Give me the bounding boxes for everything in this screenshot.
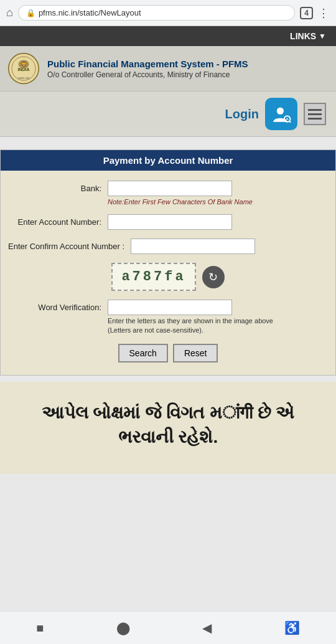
- svg-line-8: [289, 121, 291, 122]
- account-number-input[interactable]: [108, 214, 232, 230]
- svg-point-6: [277, 108, 284, 115]
- word-verification-input-block: Enter the letters as they are shown in t…: [108, 300, 328, 334]
- verify-note-line1: Enter the letters as they are shown in t…: [108, 317, 328, 324]
- user-key-icon: [271, 104, 291, 124]
- menu-dots-icon[interactable]: ⋮: [318, 6, 330, 20]
- site-subtitle: O/o Controller General of Accounts, Mini…: [47, 70, 329, 79]
- account-number-input-block: [108, 214, 328, 230]
- home-icon[interactable]: ⌂: [6, 6, 13, 19]
- form-body: Bank: Note:Enter First Few Characters Of…: [1, 171, 335, 375]
- login-bar: Login: [0, 92, 336, 137]
- hamburger-menu-button[interactable]: [304, 103, 326, 125]
- site-title: Public Financial Management System - PFM…: [47, 59, 329, 69]
- login-button[interactable]: [265, 98, 297, 130]
- url-text: pfms.nic.in/static/NewLayout: [39, 8, 141, 17]
- account-number-row: Enter Account Number:: [8, 214, 328, 230]
- svg-text:🦁: 🦁: [21, 60, 27, 68]
- confirm-account-row: Enter Confirm Account Number :: [8, 239, 328, 254]
- word-verification-row: Word Verification: Enter the letters as …: [8, 300, 328, 334]
- bank-label: Bank:: [8, 181, 108, 193]
- captcha-refresh-button[interactable]: ↻: [202, 266, 225, 288]
- login-label: Login: [225, 107, 259, 121]
- browser-chrome: ⌂ 🔒 pfms.nic.in/static/NewLayout 4 ⋮: [0, 0, 336, 26]
- spacer: [0, 137, 336, 149]
- account-number-label: Enter Account Number:: [8, 214, 108, 227]
- bank-note: Note:Enter First Few Characters Of Bank …: [108, 198, 328, 206]
- lock-icon: 🔒: [26, 9, 35, 17]
- captcha-row: a787fa ↻: [8, 263, 328, 291]
- links-label[interactable]: LINKS: [290, 31, 316, 41]
- verify-note-line2: (Letters are not case-sensitive).: [108, 326, 328, 334]
- bank-input[interactable]: [108, 181, 232, 196]
- site-title-block: Public Financial Management System - PFM…: [47, 59, 329, 79]
- bank-input-block: Note:Enter First Few Characters Of Bank …: [108, 181, 328, 206]
- hamburger-line: [308, 113, 322, 115]
- emblem-logo: INDIA 🦁 सत्यमेव जयते: [7, 52, 40, 85]
- word-verification-label: Word Verification:: [8, 300, 108, 312]
- dropdown-arrow-icon[interactable]: ▼: [319, 32, 326, 40]
- hamburger-line: [308, 118, 322, 120]
- payment-form-section: Payment by Account Number Bank: Note:Ent…: [0, 149, 336, 376]
- hamburger-line: [308, 109, 322, 111]
- top-nav-bar: LINKS ▼: [0, 26, 336, 46]
- search-button[interactable]: Search: [118, 344, 168, 362]
- gujarati-message: આપેલ બોક્ષમાં જે વિગત મांगी છે એ ભરવાની …: [0, 382, 336, 474]
- svg-text:सत्यमेव जयते: सत्यमेव जयते: [17, 77, 30, 80]
- svg-rect-9: [286, 118, 288, 120]
- captcha-image: a787fa: [111, 263, 195, 291]
- url-bar[interactable]: 🔒 pfms.nic.in/static/NewLayout: [18, 5, 295, 21]
- reset-button[interactable]: Reset: [173, 344, 218, 362]
- button-row: Search Reset: [8, 344, 328, 362]
- form-title: Payment by Account Number: [1, 150, 335, 171]
- site-header: INDIA 🦁 सत्यमेव जयते Public Financial Ma…: [0, 46, 336, 92]
- confirm-account-label: Enter Confirm Account Number :: [8, 239, 131, 251]
- bank-row: Bank: Note:Enter First Few Characters Of…: [8, 181, 328, 206]
- word-verification-input[interactable]: [108, 300, 232, 315]
- confirm-account-input-block: [131, 239, 328, 254]
- tab-count[interactable]: 4: [300, 7, 313, 19]
- confirm-account-input[interactable]: [131, 239, 255, 254]
